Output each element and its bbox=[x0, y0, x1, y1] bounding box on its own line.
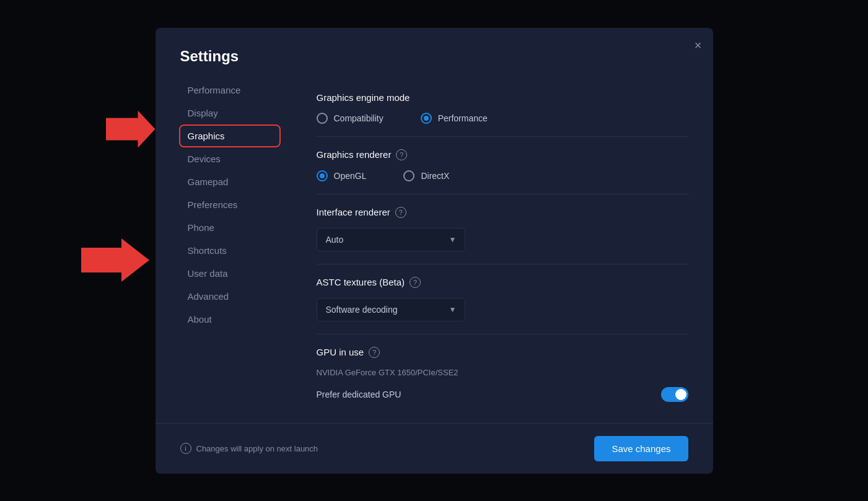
dialog-overlay: × Settings Performance Display Graphics … bbox=[0, 0, 868, 501]
directx-label: DirectX bbox=[421, 171, 449, 181]
sidebar-item-display[interactable]: Display bbox=[180, 103, 279, 123]
gpu-title: GPU in use ? bbox=[317, 347, 688, 358]
sidebar-item-about[interactable]: About bbox=[180, 309, 279, 329]
settings-content: Graphics engine mode Compatibility Perfo… bbox=[292, 80, 713, 423]
performance-radio-circle bbox=[421, 113, 432, 124]
sidebar-item-user-data[interactable]: User data bbox=[180, 263, 279, 284]
compatibility-radio[interactable]: Compatibility bbox=[317, 113, 384, 124]
compatibility-label: Compatibility bbox=[334, 113, 384, 123]
red-arrow bbox=[106, 111, 156, 148]
interface-renderer-select-wrapper: Auto OpenGL DirectX ▼ bbox=[317, 228, 465, 251]
astc-textures-section: ASTC textures (Beta) ? Software decoding… bbox=[317, 264, 688, 334]
graphics-engine-mode-title: Graphics engine mode bbox=[317, 92, 688, 103]
sidebar-item-gamepad[interactable]: Gamepad bbox=[180, 172, 279, 192]
footer-info-icon: i bbox=[180, 443, 191, 454]
save-changes-button[interactable]: Save changes bbox=[594, 436, 688, 461]
sidebar-item-devices[interactable]: Devices bbox=[180, 149, 279, 169]
prefer-dedicated-label: Prefer dedicated GPU bbox=[317, 390, 401, 399]
directx-radio[interactable]: DirectX bbox=[403, 170, 449, 181]
graphics-engine-mode-section: Graphics engine mode Compatibility Perfo… bbox=[317, 80, 688, 137]
prefer-dedicated-toggle[interactable] bbox=[661, 387, 688, 402]
graphics-renderer-title: Graphics renderer ? bbox=[317, 149, 688, 160]
interface-renderer-section: Interface renderer ? Auto OpenGL DirectX… bbox=[317, 194, 688, 264]
dialog-title: Settings bbox=[156, 28, 713, 80]
sidebar-item-graphics[interactable]: Graphics bbox=[180, 126, 279, 146]
graphics-renderer-section: Graphics renderer ? OpenGL DirectX bbox=[317, 137, 688, 194]
compatibility-radio-circle bbox=[317, 113, 328, 124]
sidebar-item-advanced[interactable]: Advanced bbox=[180, 286, 279, 307]
close-button[interactable]: × bbox=[695, 39, 702, 51]
interface-renderer-select[interactable]: Auto OpenGL DirectX bbox=[317, 228, 465, 251]
opengl-radio-circle bbox=[317, 170, 328, 181]
sidebar-item-performance[interactable]: Performance bbox=[180, 80, 279, 100]
astc-textures-select-wrapper: Software decoding Hardware decoding Disa… bbox=[317, 298, 465, 321]
graphics-renderer-help-icon[interactable]: ? bbox=[396, 149, 407, 160]
gpu-help-icon[interactable]: ? bbox=[369, 347, 380, 358]
renderer-radio-group: OpenGL DirectX bbox=[317, 170, 688, 181]
astc-textures-title: ASTC textures (Beta) ? bbox=[317, 277, 688, 288]
prefer-dedicated-gpu-row: Prefer dedicated GPU bbox=[317, 387, 688, 402]
directx-radio-circle bbox=[403, 170, 414, 181]
interface-renderer-title: Interface renderer ? bbox=[317, 207, 688, 218]
sidebar-item-preferences[interactable]: Preferences bbox=[180, 194, 279, 215]
sidebar-item-shortcuts[interactable]: Shortcuts bbox=[180, 240, 279, 261]
opengl-label: OpenGL bbox=[334, 171, 367, 181]
performance-radio[interactable]: Performance bbox=[421, 113, 488, 124]
performance-label: Performance bbox=[438, 113, 488, 123]
gpu-section: GPU in use ? NVIDIA GeForce GTX 1650/PCI… bbox=[317, 334, 688, 414]
settings-dialog: × Settings Performance Display Graphics … bbox=[156, 28, 713, 474]
interface-renderer-help-icon[interactable]: ? bbox=[395, 207, 406, 218]
dialog-footer: i Changes will apply on next launch Save… bbox=[156, 423, 713, 474]
astc-textures-help-icon[interactable]: ? bbox=[410, 277, 421, 288]
sidebar-item-phone[interactable]: Phone bbox=[180, 217, 279, 238]
gpu-name: NVIDIA GeForce GTX 1650/PCIe/SSE2 bbox=[317, 368, 688, 377]
astc-textures-select[interactable]: Software decoding Hardware decoding Disa… bbox=[317, 298, 465, 321]
sidebar: Performance Display Graphics Devices Gam… bbox=[180, 80, 292, 423]
dialog-body: Performance Display Graphics Devices Gam… bbox=[156, 80, 713, 423]
footer-notice: i Changes will apply on next launch bbox=[180, 443, 318, 454]
engine-mode-radio-group: Compatibility Performance bbox=[317, 113, 688, 124]
opengl-radio[interactable]: OpenGL bbox=[317, 170, 367, 181]
